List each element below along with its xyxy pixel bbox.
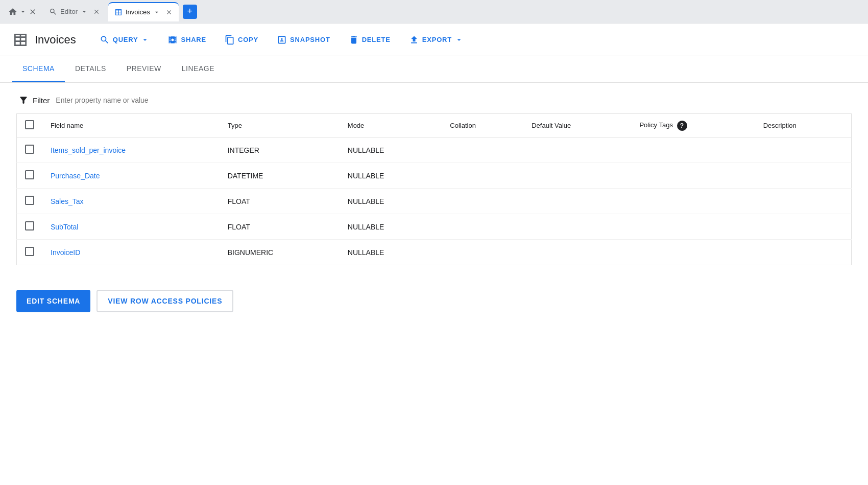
row-collation-1 [442, 163, 523, 189]
filter-input[interactable] [56, 96, 850, 104]
row-description-4 [755, 240, 852, 265]
edit-schema-button[interactable]: EDIT SCHEMA [16, 290, 90, 312]
table-row: Purchase_Date DATETIME NULLABLE [17, 163, 852, 189]
row-policy-tags-3 [631, 214, 755, 240]
row-collation-0 [442, 137, 523, 163]
row-type-2: FLOAT [220, 189, 340, 214]
query-chevron-icon [141, 36, 149, 44]
row-type-0: INTEGER [220, 137, 340, 163]
tab-schema[interactable]: SCHEMA [12, 56, 65, 82]
header-default-value: Default Value [523, 114, 631, 137]
row-type-4: BIGNUMERIC [220, 240, 340, 265]
view-row-access-button[interactable]: VIEW ROW ACCESS POLICIES [97, 290, 233, 312]
snapshot-button[interactable]: SNAPSHOT [270, 31, 337, 49]
schema-content: Filter Field name Type Mode Collation De… [0, 83, 868, 278]
row-checkbox-0[interactable] [25, 145, 34, 154]
tab-home[interactable] [4, 5, 41, 18]
field-link-4[interactable]: InvoiceID [51, 248, 80, 257]
row-type-3: FLOAT [220, 214, 340, 240]
row-checkbox-cell [17, 137, 43, 163]
header-mode: Mode [340, 114, 442, 137]
row-policy-tags-1 [631, 163, 755, 189]
schema-table: Field name Type Mode Collation Default V… [16, 113, 852, 265]
field-link-2[interactable]: Sales_Tax [51, 197, 84, 205]
row-checkbox-2[interactable] [25, 196, 34, 205]
row-field-name-0: Items_sold_per_invoice [42, 137, 220, 163]
table-row: Sales_Tax FLOAT NULLABLE [17, 189, 852, 214]
share-button[interactable]: SHARE [160, 31, 213, 49]
chevron-down-icon [19, 8, 27, 15]
header-checkbox[interactable] [25, 120, 34, 129]
tab-lineage-label: LINEAGE [182, 64, 214, 73]
row-policy-tags-2 [631, 189, 755, 214]
editor-dropdown-icon [81, 8, 88, 15]
row-field-name-2: Sales_Tax [42, 189, 220, 214]
tab-invoices[interactable]: Invoices [108, 2, 179, 21]
delete-label: DELETE [362, 36, 391, 43]
copy-label: COPY [238, 36, 258, 43]
row-checkbox-4[interactable] [25, 247, 34, 256]
query-icon [100, 35, 110, 45]
row-checkbox-3[interactable] [25, 221, 34, 230]
copy-button[interactable]: COPY [218, 31, 266, 49]
filter-button[interactable]: Filter [18, 95, 50, 105]
row-checkbox-1[interactable] [25, 170, 34, 179]
row-collation-3 [442, 214, 523, 240]
table-row: SubTotal FLOAT NULLABLE [17, 214, 852, 240]
field-link-0[interactable]: Items_sold_per_invoice [51, 146, 126, 154]
tab-bar: Editor Invoices + [0, 0, 868, 24]
header-policy-tags: Policy Tags ? [631, 114, 755, 137]
toolbar-table-icon [12, 32, 29, 48]
row-type-1: DATETIME [220, 163, 340, 189]
row-default-value-1 [523, 163, 631, 189]
query-button[interactable]: QUERY [92, 31, 157, 49]
header-field-name: Field name [42, 114, 220, 137]
row-description-0 [755, 137, 852, 163]
row-description-2 [755, 189, 852, 214]
bottom-actions: EDIT SCHEMA VIEW ROW ACCESS POLICIES [0, 278, 868, 325]
row-collation-2 [442, 189, 523, 214]
row-policy-tags-4 [631, 240, 755, 265]
copy-icon [225, 35, 235, 45]
delete-button[interactable]: DELETE [342, 31, 398, 49]
tab-schema-label: SCHEMA [22, 64, 55, 73]
row-policy-tags-0 [631, 137, 755, 163]
header-checkbox-cell [17, 114, 43, 137]
row-field-name-1: Purchase_Date [42, 163, 220, 189]
export-icon [409, 35, 419, 45]
toolbar-title-area: Invoices [12, 32, 76, 48]
row-mode-3: NULLABLE [340, 214, 442, 240]
field-link-3[interactable]: SubTotal [51, 223, 78, 231]
invoices-table-icon [114, 8, 123, 16]
share-label: SHARE [181, 36, 206, 43]
toolbar: Invoices QUERY SHARE COPY [0, 24, 868, 56]
row-mode-4: NULLABLE [340, 240, 442, 265]
add-tab-button[interactable]: + [183, 5, 197, 19]
tab-preview[interactable]: PREVIEW [116, 56, 172, 82]
tab-home-close-icon[interactable] [29, 8, 37, 16]
row-checkbox-cell [17, 240, 43, 265]
row-collation-4 [442, 240, 523, 265]
tab-details-label: DETAILS [75, 64, 106, 73]
editor-icon [49, 8, 57, 16]
header-type: Type [220, 114, 340, 137]
tab-lineage[interactable]: LINEAGE [172, 56, 225, 82]
main-content: SCHEMA DETAILS PREVIEW LINEAGE Filter [0, 56, 868, 485]
tab-details[interactable]: DETAILS [65, 56, 116, 82]
row-description-3 [755, 214, 852, 240]
export-button[interactable]: EXPORT [402, 31, 470, 49]
policy-tags-help-icon[interactable]: ? [677, 121, 687, 131]
tab-editor-close[interactable] [93, 8, 100, 15]
add-tab-icon: + [187, 6, 192, 17]
field-link-1[interactable]: Purchase_Date [51, 172, 100, 180]
export-chevron-icon [455, 36, 463, 44]
row-default-value-3 [523, 214, 631, 240]
row-field-name-4: InvoiceID [42, 240, 220, 265]
row-mode-1: NULLABLE [340, 163, 442, 189]
tab-invoices-close[interactable] [165, 9, 173, 16]
tab-editor[interactable]: Editor [43, 2, 106, 21]
header-collation: Collation [442, 114, 523, 137]
row-default-value-2 [523, 189, 631, 214]
page-title: Invoices [35, 33, 76, 47]
filter-bar: Filter [16, 95, 852, 105]
